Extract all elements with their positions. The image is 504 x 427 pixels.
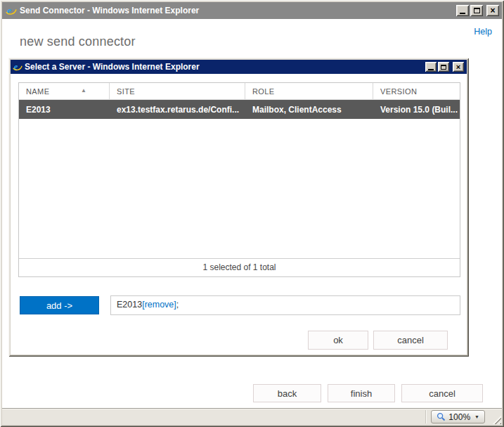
zoom-dropdown-icon: ▼	[474, 414, 479, 419]
back-button[interactable]: back	[253, 384, 321, 402]
separator-text: ;	[176, 300, 179, 310]
window-content: Help new send connector e Select a Serve…	[2, 19, 502, 408]
internet-explorer-icon: e	[6, 5, 17, 16]
zoom-level: 100%	[448, 412, 470, 422]
minimize-icon	[460, 13, 465, 14]
add-button[interactable]: add ->	[20, 296, 99, 314]
ok-button[interactable]: ok	[308, 331, 368, 350]
cell-site: ex13.testfax.retarus.de/Confi...	[110, 100, 245, 119]
zoom-control[interactable]: 100% ▼	[431, 410, 485, 423]
minimize-button[interactable]	[456, 5, 469, 16]
cancel-button[interactable]: cancel	[401, 384, 483, 402]
close-button[interactable]: ×	[486, 5, 499, 16]
dialog-cancel-button[interactable]: cancel	[373, 331, 448, 350]
dialog-controls: ×	[425, 62, 467, 72]
close-icon: ×	[490, 6, 495, 15]
window-titlebar[interactable]: e Send Connector - Windows Internet Expl…	[2, 2, 502, 19]
close-icon: ×	[456, 63, 460, 71]
maximize-icon	[441, 65, 446, 70]
statusbar-divider	[425, 410, 427, 423]
table-header: NAME ▲ SITE ROLE VERSION	[19, 83, 460, 100]
minimize-button[interactable]	[425, 62, 437, 72]
select-server-dialog: e Select a Server - Windows Internet Exp…	[8, 58, 469, 357]
column-header-site[interactable]: SITE	[110, 83, 245, 99]
finish-button[interactable]: finish	[328, 384, 395, 402]
cell-name: E2013	[19, 100, 110, 119]
internet-explorer-icon: e	[13, 62, 22, 72]
dialog-titlebar[interactable]: e Select a Server - Windows Internet Exp…	[11, 60, 467, 74]
magnifier-icon	[437, 412, 446, 421]
column-label: VERSION	[380, 87, 417, 96]
column-header-name[interactable]: NAME ▲	[19, 83, 110, 99]
maximize-button[interactable]	[470, 5, 483, 16]
cell-role: Mailbox, ClientAccess	[245, 100, 373, 119]
column-label: ROLE	[252, 87, 275, 96]
window-controls: ×	[456, 5, 502, 16]
send-connector-window: e Send Connector - Windows Internet Expl…	[0, 0, 504, 427]
column-header-version[interactable]: VERSION	[373, 83, 460, 99]
selected-servers-field[interactable]: E2013[remove];	[110, 295, 460, 315]
server-list: NAME ▲ SITE ROLE VERSION	[18, 82, 460, 277]
status-bar: 100% ▼	[2, 408, 502, 425]
selected-server-name: E2013	[117, 300, 142, 310]
window-title: Send Connector - Windows Internet Explor…	[20, 6, 199, 15]
resize-grip[interactable]	[491, 414, 501, 424]
selection-status: 1 selected of 1 total	[19, 258, 460, 276]
column-header-role[interactable]: ROLE	[245, 83, 373, 99]
page-title: new send connector	[20, 34, 136, 49]
remove-link[interactable]: [remove]	[142, 300, 176, 310]
column-label: SITE	[117, 87, 135, 96]
maximize-icon	[474, 8, 480, 13]
table-row[interactable]: E2013 ex13.testfax.retarus.de/Confi... M…	[19, 100, 460, 119]
dialog-title: Select a Server - Windows Internet Explo…	[25, 62, 200, 72]
dialog-content: NAME ▲ SITE ROLE VERSION	[11, 74, 467, 355]
cell-version: Version 15.0 (Buil...	[373, 100, 460, 119]
close-button[interactable]: ×	[453, 62, 464, 72]
column-label: NAME	[26, 87, 49, 96]
help-link[interactable]: Help	[474, 27, 492, 37]
minimize-icon	[428, 69, 434, 70]
maximize-button[interactable]	[438, 62, 449, 72]
sort-ascending-icon: ▲	[81, 88, 86, 94]
